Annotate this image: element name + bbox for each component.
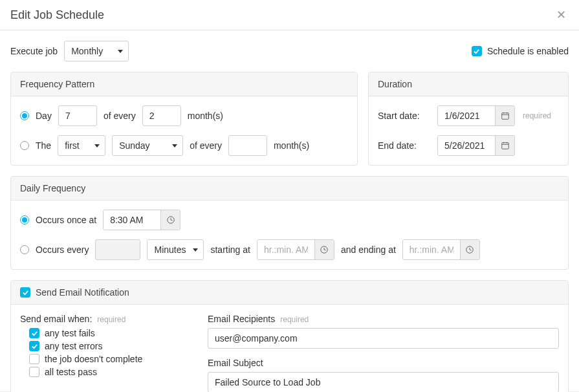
frequency-the-radio[interactable]	[20, 141, 29, 150]
frequency-day-radio[interactable]	[20, 111, 29, 120]
cond-pass-row[interactable]: all tests pass	[29, 367, 188, 377]
months-suffix-2: month(s)	[274, 140, 309, 151]
subject-label: Email Subject	[208, 358, 263, 368]
send-email-checkbox[interactable]	[20, 287, 30, 298]
end-date-field[interactable]	[437, 135, 515, 156]
top-row: Execute job Monthly Schedule is enabled	[10, 41, 569, 61]
cond-errors-row[interactable]: any test errors	[29, 341, 188, 351]
occurs-every-unit-value: Minutes	[154, 245, 186, 255]
frequency-the-every-input[interactable]	[228, 135, 267, 156]
svg-line-10	[171, 220, 173, 221]
frequency-the-label: The	[36, 140, 51, 151]
recipients-required: required	[280, 315, 309, 324]
chevron-down-icon	[172, 144, 177, 147]
months-suffix-1: month(s)	[188, 111, 223, 121]
check-icon	[22, 289, 29, 296]
cond-errors-label: any test errors	[45, 341, 102, 351]
email-notification-panel: Send Email Notification Send email when:…	[10, 280, 569, 392]
conditions-required: required	[97, 315, 126, 324]
svg-line-16	[470, 250, 472, 250]
chevron-down-icon	[94, 144, 100, 147]
frequency-pattern-panel: Frequency Pattern Day of every month(s) …	[10, 72, 358, 166]
email-conditions: Send email when: required any test fails	[20, 314, 188, 392]
close-button[interactable]: ✕	[554, 8, 569, 22]
starting-at-button[interactable]	[314, 240, 334, 259]
chevron-down-icon	[193, 248, 198, 252]
schedule-enabled-label: Schedule is enabled	[487, 46, 569, 56]
email-notification-title: Send Email Notification	[36, 287, 129, 298]
cond-incomplete-label: the job doesn't complete	[45, 354, 142, 364]
calendar-icon	[501, 111, 510, 120]
check-icon	[31, 330, 38, 337]
clock-icon	[166, 215, 175, 224]
recipients-label: Email Recipients	[208, 314, 275, 324]
execute-job-select[interactable]: Monthly	[64, 41, 129, 61]
cond-fails-checkbox[interactable]	[29, 328, 39, 338]
clock-icon	[320, 245, 329, 254]
start-date-label: Start date:	[378, 111, 430, 121]
check-icon	[31, 343, 38, 350]
daily-frequency-panel: Daily Frequency Occurs once at	[10, 176, 569, 270]
edit-job-schedule-dialog: Edit Job Schedule ✕ Execute job Monthly …	[0, 0, 579, 392]
recipients-input[interactable]	[208, 328, 559, 349]
daily-frequency-header: Daily Frequency	[11, 177, 568, 201]
cond-fails-label: any test fails	[45, 328, 95, 338]
ending-at-button[interactable]	[460, 240, 479, 259]
email-notification-header: Send Email Notification	[11, 281, 568, 305]
duration-header: Duration	[369, 72, 568, 96]
frequency-every-months-input[interactable]	[142, 105, 181, 126]
occurs-once-time-field[interactable]	[103, 210, 180, 230]
duration-panel: Duration Start date:	[368, 72, 569, 166]
start-date-picker-button[interactable]	[495, 106, 514, 125]
occurs-every-radio[interactable]	[20, 245, 29, 254]
dialog-header: Edit Job Schedule ✕	[0, 0, 579, 30]
frequency-day-label: Day	[36, 111, 52, 121]
starting-at-label: starting at	[210, 245, 250, 255]
weekday-value: Sunday	[119, 140, 149, 151]
cond-pass-label: all tests pass	[45, 367, 97, 377]
frequency-duration-row: Frequency Pattern Day of every month(s) …	[10, 72, 569, 166]
cond-incomplete-checkbox[interactable]	[29, 354, 39, 364]
ordinal-value: first	[65, 140, 80, 151]
dialog-body: Execute job Monthly Schedule is enabled …	[0, 30, 579, 392]
clock-icon	[465, 245, 474, 254]
starting-at-input[interactable]	[257, 240, 314, 259]
calendar-icon	[501, 141, 510, 150]
schedule-enabled-toggle[interactable]: Schedule is enabled	[472, 46, 569, 56]
close-icon: ✕	[556, 8, 566, 21]
occurs-once-radio[interactable]	[20, 215, 29, 224]
cond-pass-checkbox[interactable]	[29, 367, 39, 377]
occurs-once-label: Occurs once at	[36, 215, 96, 225]
cond-incomplete-row[interactable]: the job doesn't complete	[29, 354, 188, 364]
cond-fails-row[interactable]: any test fails	[29, 328, 188, 338]
execute-job-label: Execute job	[10, 46, 58, 56]
chevron-down-icon	[118, 50, 123, 53]
occurs-once-time-input[interactable]	[104, 210, 160, 230]
schedule-enabled-checkbox[interactable]	[472, 46, 482, 56]
end-date-picker-button[interactable]	[495, 136, 514, 155]
cond-errors-checkbox[interactable]	[29, 341, 39, 351]
end-date-label: End date:	[378, 140, 430, 151]
occurs-once-time-button[interactable]	[160, 210, 180, 230]
subject-input[interactable]	[208, 372, 559, 392]
dialog-title: Edit Job Schedule	[10, 8, 104, 22]
ending-at-field[interactable]	[402, 239, 480, 260]
weekday-select[interactable]: Sunday	[112, 135, 183, 156]
start-date-field[interactable]	[437, 105, 515, 126]
send-email-when-label: Send email when:	[20, 314, 92, 324]
ordinal-select[interactable]: first	[58, 135, 105, 156]
of-every-label-2: of every	[190, 140, 222, 151]
svg-line-13	[324, 250, 326, 250]
execute-job-value: Monthly	[71, 46, 103, 56]
of-every-label-1: of every	[104, 111, 136, 121]
ending-at-input[interactable]	[403, 240, 460, 259]
end-date-input[interactable]	[438, 136, 495, 155]
ending-at-label: and ending at	[341, 245, 396, 255]
occurs-every-value-input[interactable]	[95, 239, 140, 260]
frequency-pattern-header: Frequency Pattern	[11, 72, 357, 96]
occurs-every-unit-select[interactable]: Minutes	[147, 239, 204, 260]
occurs-every-label: Occurs every	[36, 245, 89, 255]
starting-at-field[interactable]	[257, 239, 334, 260]
frequency-day-input[interactable]	[58, 105, 97, 126]
start-date-input[interactable]	[438, 106, 495, 125]
